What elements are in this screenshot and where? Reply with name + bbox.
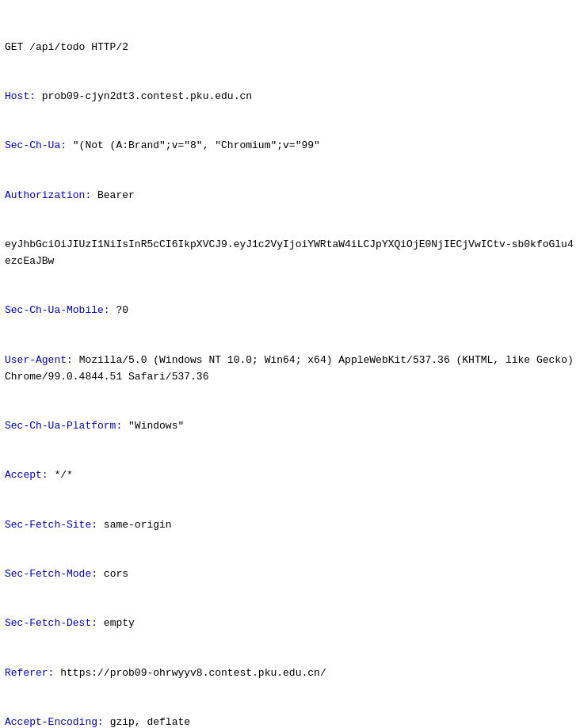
request-section: GET /api/todo HTTP/2 Host: prob09-cjyn2d… — [0, 0, 580, 728]
request-header-sec-ch-ua: Sec-Ch-Ua: "(Not (A:Brand";v="8", "Chrom… — [5, 138, 575, 154]
request-first-line: GET /api/todo HTTP/2 — [5, 40, 575, 56]
request-header-mobile: Sec-Ch-Ua-Mobile: ?0 — [5, 303, 575, 319]
request-header-fetch-dest: Sec-Fetch-Dest: empty — [5, 616, 575, 632]
request-header-fetch-site: Sec-Fetch-Site: same-origin — [5, 517, 575, 534]
request-header-user-agent: User-Agent: Mozilla/5.0 (Windows NT 10.0… — [5, 353, 575, 386]
request-header-encoding: Accept-Encoding: gzip, deflate — [5, 715, 575, 728]
request-header-authorization: Authorization: Bearer — [5, 188, 575, 204]
request-header-accept: Accept: */* — [5, 467, 575, 484]
request-header-fetch-mode: Sec-Fetch-Mode: cors — [5, 566, 575, 583]
request-header-host: Host: prob09-cjyn2dt3.contest.pku.edu.cn — [5, 89, 575, 105]
request-header-referer: Referer: https://prob09-ohrwyyv8.contest… — [5, 665, 575, 682]
request-header-platform: Sec-Ch-Ua-Platform: "Windows" — [5, 418, 575, 435]
request-auth-token: eyJhbGciOiJIUzI1NiIsInR5cCI6IkpXVCJ9.eyJ… — [5, 237, 575, 270]
